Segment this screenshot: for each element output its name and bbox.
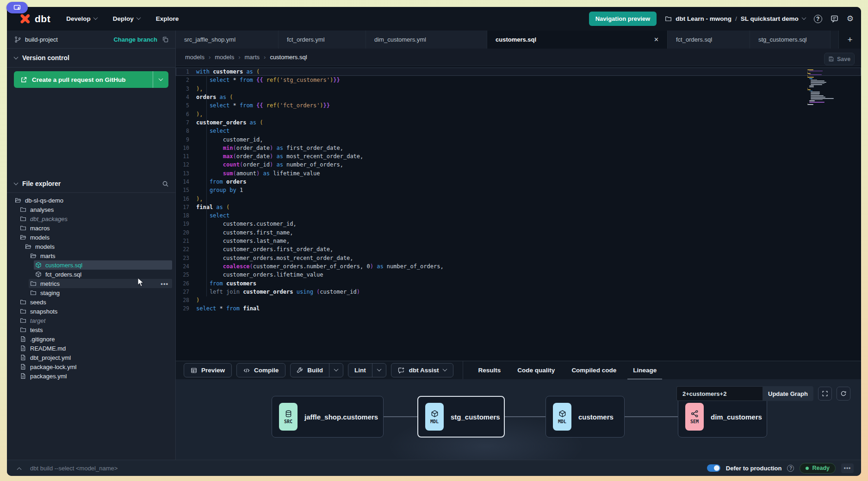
code-line-7[interactable]: 7customer_orders as ( bbox=[176, 118, 861, 127]
code-line-13[interactable]: 13 sum(amount) as lifetime_value bbox=[176, 169, 861, 178]
account-name[interactable]: dbt Learn - mwong bbox=[676, 15, 732, 22]
code-line-6[interactable]: 6), bbox=[176, 110, 861, 118]
expand-command-bar-button[interactable] bbox=[14, 463, 24, 473]
panel-tab-compiled-code[interactable]: Compiled code bbox=[564, 361, 624, 380]
code-line-16[interactable]: 16), bbox=[176, 194, 861, 203]
tree-item-tests[interactable]: tests bbox=[7, 325, 175, 334]
code-line-23[interactable]: 23 customer_orders.most_recent_order_dat… bbox=[176, 254, 861, 262]
feedback-icon[interactable] bbox=[831, 15, 838, 23]
code-line-19[interactable]: 19 customers.customer_id, bbox=[176, 220, 861, 228]
code-line-29[interactable]: 29select * from final bbox=[176, 304, 861, 313]
tree-item-fct_orders.sql[interactable]: fct_orders.sql bbox=[7, 270, 175, 279]
tree-item-customers.sql[interactable]: customers.sql bbox=[7, 260, 175, 270]
tree-item-macros[interactable]: macros bbox=[7, 223, 175, 233]
code-line-12[interactable]: 12 count(order_id) as number_of_orders, bbox=[176, 160, 861, 169]
close-tab-icon[interactable]: ✕ bbox=[654, 36, 659, 43]
code-line-17[interactable]: 17final as ( bbox=[176, 203, 861, 211]
code-line-14[interactable]: 14 from orders bbox=[176, 178, 861, 186]
change-branch-link[interactable]: Change branch bbox=[113, 36, 157, 43]
code-line-2[interactable]: 2 select * from {{ ref('stg_customers')}… bbox=[176, 76, 861, 84]
settings-gear-icon[interactable]: ⚙ bbox=[847, 14, 854, 24]
update-graph-button[interactable]: Update Graph bbox=[763, 386, 813, 401]
code-line-27[interactable]: 27 left join customer_orders using (cust… bbox=[176, 288, 861, 296]
code-line-22[interactable]: 22 customer_orders.first_order_date, bbox=[176, 245, 861, 253]
defer-to-production-toggle[interactable] bbox=[707, 464, 720, 472]
tree-item-analyses[interactable]: analyses bbox=[7, 205, 175, 214]
code-line-8[interactable]: 8 select bbox=[176, 127, 861, 135]
tree-item-dbt_packages[interactable]: dbt_packages bbox=[7, 214, 175, 223]
code-line-25[interactable]: 25 customer_orders.lifetime_value bbox=[176, 271, 861, 279]
dbt-assist-button[interactable]: dbt Assist bbox=[391, 363, 453, 377]
new-tab-button[interactable]: + bbox=[839, 31, 861, 49]
more-actions-icon[interactable]: ••• bbox=[161, 280, 168, 287]
fullscreen-button[interactable] bbox=[818, 387, 832, 401]
tab-dim_customers.yml[interactable]: dim_customers.yml bbox=[366, 31, 487, 49]
panel-tab-code-quality[interactable]: Code quality bbox=[509, 361, 563, 380]
command-input[interactable]: dbt build --select <model_name> bbox=[30, 465, 118, 472]
lint-button[interactable]: Lint bbox=[348, 364, 372, 377]
project-name[interactable]: SL quickstart demo bbox=[741, 15, 799, 22]
tree-item-.gitignore[interactable]: .gitignore bbox=[7, 334, 175, 344]
tree-item-marts[interactable]: marts bbox=[7, 251, 175, 260]
tree-item-models[interactable]: models bbox=[7, 242, 175, 251]
minimap[interactable] bbox=[807, 69, 831, 105]
copy-icon[interactable] bbox=[162, 36, 169, 43]
file-explorer-header[interactable]: File explorer bbox=[7, 175, 175, 193]
tab-fct_orders.sql[interactable]: fct_orders.sql bbox=[668, 31, 750, 49]
code-line-3[interactable]: 3), bbox=[176, 85, 861, 93]
build-button[interactable]: Build bbox=[291, 364, 329, 377]
breadcrumb-item[interactable]: models bbox=[185, 54, 205, 61]
tab-customers.sql[interactable]: customers.sql✕ bbox=[487, 31, 668, 49]
lineage-canvas[interactable]: 2+customers+2 Update Graph SRCjaffle_sho… bbox=[176, 379, 861, 460]
version-control-header[interactable]: Version control bbox=[7, 49, 175, 68]
breadcrumb-item[interactable]: marts bbox=[245, 54, 260, 61]
code-line-20[interactable]: 20 customers.first_name, bbox=[176, 228, 861, 237]
panel-tab-lineage[interactable]: Lineage bbox=[625, 361, 664, 380]
code-line-4[interactable]: 4orders as ( bbox=[176, 93, 861, 101]
lineage-node-customers[interactable]: MDLcustomers bbox=[546, 396, 625, 438]
panel-tab-results[interactable]: Results bbox=[471, 361, 509, 380]
code-line-5[interactable]: 5 select * from {{ ref('fct_orders')}} bbox=[176, 101, 861, 110]
compile-button[interactable]: Compile bbox=[236, 363, 285, 377]
status-more-button[interactable]: ••• bbox=[841, 463, 854, 473]
tree-item-dbt_project.yml[interactable]: dbt_project.yml bbox=[7, 353, 175, 362]
menu-explore[interactable]: Explore bbox=[156, 15, 179, 22]
lineage-node-dim_customers[interactable]: SEMdim_customers bbox=[678, 396, 767, 438]
tree-item-metrics[interactable]: metrics••• bbox=[7, 279, 175, 288]
refresh-graph-button[interactable] bbox=[837, 387, 850, 401]
code-line-9[interactable]: 9 customer_id, bbox=[176, 135, 861, 143]
create-pr-button[interactable]: Create a pull request on GitHub bbox=[14, 71, 168, 88]
tab-stg_customers.sql[interactable]: stg_customers.sql bbox=[750, 31, 831, 49]
menu-develop[interactable]: Develop bbox=[66, 15, 97, 22]
navigation-preview-button[interactable]: Navigation preview bbox=[589, 12, 657, 26]
code-line-11[interactable]: 11 max(order_date) as most_recent_order_… bbox=[176, 152, 861, 160]
tree-item-package-lock.yml[interactable]: package-lock.yml bbox=[7, 362, 175, 371]
tree-item-db-sl-qs-demo[interactable]: db-sl-qs-demo bbox=[7, 196, 175, 205]
lineage-node-jaffle_shop.customers[interactable]: SRCjaffle_shop.customers bbox=[272, 396, 384, 438]
code-editor[interactable]: 1with customers as (2 select * from {{ r… bbox=[176, 66, 861, 361]
help-icon[interactable]: ? bbox=[814, 15, 822, 23]
breadcrumb-item[interactable]: customers.sql bbox=[270, 54, 307, 61]
code-line-10[interactable]: 10 min(order_date) as first_order_date, bbox=[176, 144, 861, 152]
tree-item-staging[interactable]: staging bbox=[7, 288, 175, 297]
tree-item-seeds[interactable]: seeds bbox=[7, 297, 175, 307]
tree-item-snapshots[interactable]: snapshots bbox=[7, 307, 175, 316]
tab-fct_orders.yml[interactable]: fct_orders.yml bbox=[279, 31, 366, 49]
tree-item-packages.yml[interactable]: packages.yml bbox=[7, 371, 175, 381]
tree-item-models[interactable]: models bbox=[7, 233, 175, 242]
screen-share-badge[interactable] bbox=[6, 2, 28, 13]
tree-item-target[interactable]: target bbox=[7, 316, 175, 325]
tree-item-README.md[interactable]: README.md bbox=[7, 344, 175, 353]
preview-button[interactable]: Preview bbox=[184, 363, 232, 377]
code-line-26[interactable]: 26 from customers bbox=[176, 279, 861, 287]
search-icon[interactable] bbox=[162, 180, 169, 187]
code-line-18[interactable]: 18 select bbox=[176, 211, 861, 220]
code-line-1[interactable]: 1with customers as ( bbox=[176, 68, 861, 76]
code-line-15[interactable]: 15 group by 1 bbox=[176, 186, 861, 194]
pr-button-chevron[interactable] bbox=[153, 71, 168, 88]
save-button[interactable]: Save bbox=[824, 53, 855, 65]
code-line-24[interactable]: 24 coalesce(customer_orders.number_of_or… bbox=[176, 262, 861, 271]
ide-status-badge[interactable]: Ready bbox=[800, 463, 836, 474]
breadcrumb-item[interactable]: models bbox=[215, 54, 234, 61]
tab-src_jaffle_shop.yml[interactable]: src_jaffle_shop.yml bbox=[176, 31, 279, 49]
